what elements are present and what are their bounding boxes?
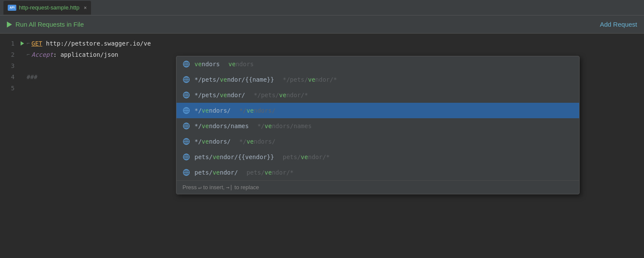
code-line-1: ⌐ GET http://petstore.swagger.io/ve: [17, 38, 644, 49]
ac-item-4-secondary: */vendors/names: [257, 123, 311, 129]
ac-item-3-main: */vendors/: [194, 107, 231, 114]
line-number-3: 3: [3, 60, 15, 71]
tab-close-button[interactable]: ×: [84, 5, 87, 11]
run-all-button[interactable]: Run All Requests in File: [7, 21, 84, 28]
ac-item-7-main: pets/vendor/: [194, 169, 238, 176]
toolbar: Run All Requests in File Add Request: [0, 15, 644, 34]
line-number-1: 1: [3, 38, 15, 49]
autocomplete-item-3[interactable]: */vendors/ */vendors/: [176, 103, 579, 118]
autocomplete-item-5[interactable]: */vendors/ */vendors/: [176, 134, 579, 149]
ac-item-6-main: pets/vendor/{{vendor}}: [194, 154, 274, 160]
ac-item-0-secondary: vendors: [228, 61, 254, 68]
globe-icon-0: [182, 60, 190, 68]
fold-marker-2: ⌐: [27, 49, 30, 60]
ac-item-3-secondary: */vendors/: [239, 107, 275, 114]
ac-item-5-secondary: */vendors/: [239, 138, 275, 145]
ac-item-6-secondary: pets/vendor/*: [283, 154, 330, 160]
autocomplete-dropdown: vendors vendors */pets/vendor/: [176, 56, 580, 194]
globe-icon-3: [182, 107, 190, 114]
header-value: application/json: [57, 49, 118, 60]
header-colon: :: [53, 49, 57, 60]
editor: 1 2 3 4 5 ⌐ GET http://petstore.swagger.…: [0, 34, 644, 258]
line-numbers: 1 2 3 4 5: [0, 34, 17, 258]
ac-item-7-secondary: pets/vendor/*: [246, 169, 294, 176]
ac-item-1-main: */pets/vendor/{{name}}: [194, 76, 274, 83]
run-line-arrow[interactable]: [21, 41, 24, 46]
autocomplete-item-2[interactable]: */pets/vendor/ */pets/vendor/*: [176, 87, 579, 103]
ac-item-5-main: */vendors/: [194, 138, 231, 145]
tab-bar: API http-request-sample.http ×: [0, 0, 644, 15]
globe-icon-2: [182, 91, 190, 99]
header-key: Accept: [31, 49, 53, 60]
globe-icon-1: [182, 76, 190, 83]
globe-icon-4: [182, 122, 190, 130]
enter-key-hint: ↵: [198, 184, 202, 190]
autocomplete-item-7[interactable]: pets/vendor/ pets/vendor/*: [176, 165, 579, 180]
globe-icon-5: [182, 138, 190, 145]
editor-content[interactable]: ⌐ GET http://petstore.swagger.io/ve ⌐ Ac…: [17, 34, 644, 258]
line-number-2: 2: [3, 49, 15, 60]
autocomplete-item-1[interactable]: */pets/vendor/{{name}} */pets/vendor/*: [176, 72, 579, 87]
ac-item-2-secondary: */pets/vendor/*: [254, 92, 308, 98]
tab-key-hint: →|: [226, 184, 233, 190]
ac-suffix-0: ndors: [202, 61, 220, 68]
globe-icon-7: [182, 169, 190, 176]
file-tab[interactable]: API http-request-sample.http ×: [3, 1, 91, 15]
globe-icon-6: [182, 153, 190, 161]
api-icon: API: [8, 5, 16, 11]
run-all-label: Run All Requests in File: [15, 21, 84, 28]
autocomplete-item-4[interactable]: */vendors/names */vendors/names: [176, 118, 579, 134]
run-icon: [7, 22, 12, 28]
autocomplete-footer: Press ↵ to insert, →| to replace: [176, 180, 579, 194]
ac-highlight-0: ve: [194, 61, 202, 68]
request-url: http://petstore.swagger.io/ve: [43, 38, 151, 49]
footer-replace-text: to replace: [234, 184, 259, 190]
footer-insert-text: to insert,: [203, 184, 226, 190]
http-method: GET: [31, 38, 42, 49]
ac-item-1-secondary: */pets/vendor/*: [283, 76, 337, 83]
line-number-5: 5: [3, 83, 15, 94]
separator-comment: ###: [27, 71, 37, 83]
ac-item-4-main: */vendors/names: [194, 123, 249, 129]
tab-filename: http-request-sample.http: [19, 4, 79, 11]
ac-item-2-main: */pets/vendor/: [194, 92, 245, 98]
footer-press-text: Press: [182, 184, 198, 190]
ac-item-0-main: vendors: [194, 61, 220, 68]
autocomplete-item-0[interactable]: vendors vendors: [176, 56, 579, 72]
add-request-button[interactable]: Add Request: [600, 21, 637, 28]
fold-marker-1: ⌐: [27, 38, 30, 49]
autocomplete-item-6[interactable]: pets/vendor/{{vendor}} pets/vendor/*: [176, 149, 579, 165]
line-number-4: 4: [3, 71, 15, 83]
